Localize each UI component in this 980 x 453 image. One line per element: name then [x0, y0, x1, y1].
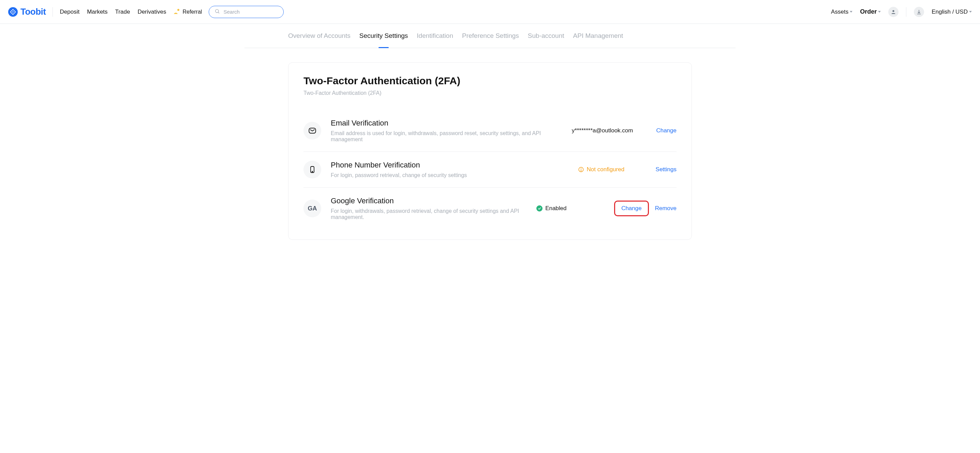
search-input[interactable]	[223, 9, 288, 15]
nav-trade[interactable]: Trade	[115, 8, 130, 15]
phone-status-text: Not configured	[587, 166, 625, 173]
nav-deposit[interactable]: Deposit	[60, 8, 80, 15]
row-phone: Phone Number Verification For login, pas…	[304, 152, 676, 188]
brand-logo-icon	[8, 7, 18, 17]
ga-label: GA	[308, 205, 317, 212]
chevron-down-icon	[878, 11, 881, 13]
order-label: Order	[860, 8, 877, 15]
google-status: Enabled	[536, 205, 591, 212]
mail-icon	[304, 122, 321, 139]
locale-dropdown[interactable]: English / USD	[932, 8, 972, 15]
search-icon	[215, 8, 220, 15]
tab-sub-account[interactable]: Sub-account	[528, 24, 564, 48]
brand-logo[interactable]: Toobit	[8, 6, 46, 17]
svg-point-2	[215, 9, 219, 12]
twofa-card: Two-Factor Authentication (2FA) Two-Fact…	[288, 62, 692, 240]
google-change-link[interactable]: Change	[621, 205, 642, 212]
svg-point-7	[312, 171, 313, 172]
svg-point-10	[581, 171, 581, 171]
tab-preference[interactable]: Preference Settings	[462, 24, 519, 48]
phone-title: Phone Number Verification	[331, 161, 568, 169]
assets-label: Assets	[831, 8, 848, 15]
card-title: Two-Factor Authentication (2FA)	[304, 75, 676, 87]
nav-referral[interactable]: Referral	[173, 9, 202, 15]
highlighted-change: Change	[614, 201, 649, 216]
email-change-link[interactable]: Change	[656, 127, 676, 134]
order-dropdown[interactable]: Order	[860, 8, 881, 15]
row-google: GA Google Verification For login, withdr…	[304, 188, 676, 229]
phone-icon	[304, 161, 321, 179]
google-status-text: Enabled	[545, 205, 566, 212]
user-avatar[interactable]	[888, 7, 899, 17]
phone-desc: For login, password retrieval, change of…	[331, 172, 568, 179]
header-right: Assets Order English / USD	[831, 7, 972, 17]
svg-point-1	[177, 9, 179, 11]
tab-api[interactable]: API Management	[573, 24, 623, 48]
page-container: Two-Factor Authentication (2FA) Two-Fact…	[245, 48, 735, 254]
row-email: Email Verification Email address is used…	[304, 110, 676, 152]
nav-referral-label: Referral	[183, 9, 202, 15]
svg-point-4	[893, 10, 894, 11]
google-auth-icon: GA	[304, 199, 321, 217]
svg-line-3	[218, 12, 219, 13]
email-desc: Email address is used for login, withdra…	[331, 130, 562, 143]
top-header: Toobit Deposit Markets Trade Derivatives…	[0, 0, 980, 24]
settings-tabs: Overview of Accounts Security Settings I…	[245, 24, 735, 48]
google-title: Google Verification	[331, 196, 527, 205]
chevron-down-icon	[969, 11, 972, 13]
card-subtitle: Two-Factor Authentication (2FA)	[304, 90, 676, 96]
nav-derivatives[interactable]: Derivatives	[137, 8, 166, 15]
search-box[interactable]	[209, 6, 284, 18]
google-remove-link[interactable]: Remove	[655, 205, 676, 212]
tab-overview[interactable]: Overview of Accounts	[288, 24, 350, 48]
tab-security[interactable]: Security Settings	[360, 24, 408, 48]
referral-icon	[173, 9, 180, 15]
google-desc: For login, withdrawals, password retriev…	[331, 208, 527, 220]
svg-point-0	[12, 11, 13, 12]
tab-identification[interactable]: Identification	[417, 24, 453, 48]
phone-settings-link[interactable]: Settings	[656, 166, 676, 173]
phone-status: Not configured	[578, 166, 633, 173]
download-button[interactable]	[914, 7, 924, 17]
email-value: y********a@outlook.com	[572, 127, 633, 134]
main-nav: Deposit Markets Trade Derivatives Referr…	[60, 8, 202, 15]
brand-name: Toobit	[21, 6, 46, 17]
email-title: Email Verification	[331, 119, 562, 128]
warning-icon	[578, 166, 584, 172]
assets-dropdown[interactable]: Assets	[831, 8, 853, 15]
chevron-down-icon	[850, 11, 853, 13]
nav-markets[interactable]: Markets	[87, 8, 107, 15]
check-icon	[536, 205, 542, 212]
divider	[52, 7, 53, 17]
locale-label: English / USD	[932, 8, 968, 15]
